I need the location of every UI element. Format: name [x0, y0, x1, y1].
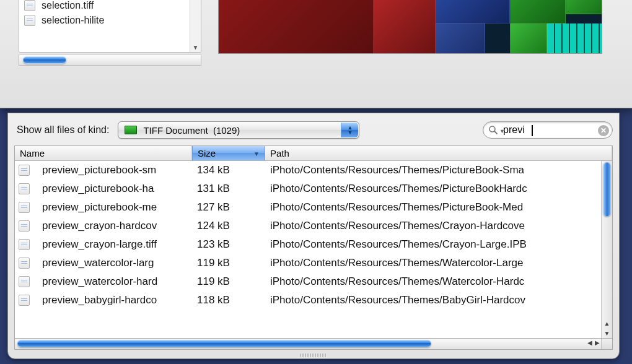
search-icon [488, 125, 498, 135]
kind-filter-label: Show all files of kind: [14, 124, 109, 136]
file-name-cell: preview_crayon-hardcov [42, 220, 157, 232]
scrollbar-thumb[interactable] [23, 56, 66, 64]
scrollbar-thumb[interactable] [17, 340, 431, 347]
table-row[interactable]: preview_watercolor-hard119 kBiPhoto/Cont… [15, 272, 601, 291]
column-header-path[interactable]: Path [265, 146, 612, 160]
file-path-cell: iPhoto/Contents/Resources/Themes/Picture… [265, 183, 601, 195]
filter-row: Show all files of kind: TIFF Document (1… [14, 118, 613, 142]
table-header: Name Size ▼ Path [15, 146, 612, 161]
file-list-drawer: Show all files of kind: TIFF Document (1… [7, 113, 620, 359]
text-caret [532, 125, 533, 136]
scrollbar-corner [601, 339, 612, 350]
column-header-size[interactable]: Size ▼ [192, 146, 265, 160]
kind-popup-button[interactable]: TIFF Document (1029) ▲▼ [118, 121, 359, 139]
scroll-right-arrow-icon[interactable]: ▶ [595, 339, 600, 346]
file-name-cell: preview_crayon-large.tiff [42, 238, 157, 251]
clear-search-button[interactable]: ✕ [598, 125, 609, 136]
table-row[interactable]: preview_babygirl-hardco118 kBiPhoto/Cont… [15, 291, 601, 310]
treemap-view[interactable] [218, 0, 602, 54]
file-path-cell: iPhoto/Contents/Resources/Themes/Waterco… [265, 257, 601, 269]
file-path-cell: iPhoto/Contents/Resources/Themes/Crayon-… [265, 220, 601, 232]
results-table: Name Size ▼ Path preview_picturebook-sm1… [14, 145, 613, 339]
file-size-cell: 119 kB [192, 257, 265, 269]
column-header-label: Size [198, 148, 216, 158]
treemap-block[interactable] [510, 0, 566, 24]
file-icon [19, 220, 30, 232]
kind-popup-count: (1029) [213, 125, 240, 136]
file-icon [24, 0, 35, 11]
popup-arrows-icon: ▲▼ [341, 123, 358, 137]
table-row[interactable]: preview_watercolor-larg119 kBiPhoto/Cont… [15, 254, 601, 272]
file-icon [19, 295, 30, 306]
finder-item-name: selection.tiff [42, 0, 94, 11]
treemap-block[interactable] [219, 0, 374, 54]
search-field[interactable]: ▼ ✕ [483, 121, 613, 139]
file-size-cell: 131 kB [192, 183, 265, 195]
file-path-cell: iPhoto/Contents/Resources/Themes/Picture… [265, 164, 601, 176]
file-size-cell: 118 kB [192, 294, 265, 306]
file-size-cell: 127 kB [192, 201, 265, 214]
scroll-down-arrow-icon[interactable]: ▼ [602, 328, 612, 338]
file-size-cell: 124 kB [192, 220, 265, 232]
search-input[interactable] [502, 124, 594, 136]
file-name-cell: preview_babygirl-hardco [42, 294, 157, 306]
finder-column[interactable]: back.tiffselection.tiffselection-hilite … [19, 0, 201, 53]
file-name-cell: preview_watercolor-larg [42, 257, 154, 269]
finder-column-list: back.tiffselection.tiffselection-hilite [19, 0, 201, 29]
treemap-block[interactable] [566, 0, 602, 14]
treemap-panel: back.tiffselection.tiffselection-hilite … [0, 0, 632, 108]
scroll-up-arrow-icon[interactable]: ▲ [602, 318, 612, 328]
treemap-block[interactable] [510, 24, 547, 54]
file-size-cell: 134 kB [192, 164, 265, 176]
file-icon [19, 239, 30, 250]
file-icon [19, 165, 30, 176]
table-row[interactable]: preview_crayon-hardcov124 kBiPhoto/Conte… [15, 217, 601, 235]
file-icon [24, 15, 35, 26]
column-horizontal-scrollbar[interactable] [19, 54, 201, 66]
file-name-cell: preview_watercolor-hard [42, 275, 157, 288]
treemap-block[interactable] [547, 24, 602, 54]
svg-line-1 [494, 131, 497, 134]
table-vertical-scrollbar[interactable]: ▲ ▼ [601, 161, 612, 338]
sort-descending-icon: ▼ [253, 150, 260, 157]
table-row[interactable]: preview_crayon-large.tiff123 kBiPhoto/Co… [15, 235, 601, 254]
column-header-label: Path [270, 148, 289, 158]
column-header-name[interactable]: Name [15, 146, 192, 160]
file-path-cell: iPhoto/Contents/Resources/Themes/BabyGir… [265, 294, 601, 306]
file-path-cell: iPhoto/Contents/Resources/Themes/Picture… [265, 201, 601, 214]
column-header-label: Name [20, 148, 45, 158]
file-name-cell: preview_picturebook-sm [42, 164, 156, 176]
kind-swatch-icon [125, 126, 137, 134]
file-name-cell: preview_picturebook-me [42, 201, 157, 214]
finder-column-item[interactable]: selection-hilite [20, 13, 201, 28]
file-size-cell: 119 kB [192, 275, 265, 288]
table-row[interactable]: preview_picturebook-sm134 kBiPhoto/Conte… [15, 161, 601, 180]
table-row[interactable]: preview_picturebook-ha131 kBiPhoto/Conte… [15, 180, 601, 198]
file-icon [19, 258, 30, 269]
table-horizontal-scrollbar[interactable]: ◀ ▶ [14, 339, 613, 350]
file-size-cell: 123 kB [192, 238, 265, 251]
finder-item-name: selection-hilite [42, 15, 104, 26]
file-name-cell: preview_picturebook-ha [42, 183, 154, 195]
treemap-block[interactable] [374, 0, 436, 54]
file-icon [19, 183, 30, 194]
file-icon [19, 202, 30, 213]
file-path-cell: iPhoto/Contents/Resources/Themes/Crayon-… [265, 238, 601, 251]
file-path-cell: iPhoto/Contents/Resources/Themes/Waterco… [265, 275, 601, 288]
column-vertical-scrollbar[interactable]: ▲ ▼ [190, 0, 201, 52]
search-menu-caret-icon[interactable]: ▼ [499, 128, 505, 134]
table-row[interactable]: preview_picturebook-me127 kBiPhoto/Conte… [15, 198, 601, 217]
file-icon [19, 276, 30, 287]
scroll-left-arrow-icon[interactable]: ◀ [587, 339, 592, 346]
drawer-resize-handle[interactable] [300, 353, 327, 357]
treemap-block[interactable] [436, 0, 510, 24]
scrollbar-thumb[interactable] [603, 162, 611, 217]
kind-popup-kind: TIFF Document [143, 125, 208, 136]
finder-column-item[interactable]: selection.tiff [20, 0, 201, 13]
scroll-down-arrow-icon[interactable]: ▼ [190, 42, 201, 52]
treemap-block[interactable] [436, 24, 485, 54]
table-body: preview_picturebook-sm134 kBiPhoto/Conte… [15, 161, 601, 338]
